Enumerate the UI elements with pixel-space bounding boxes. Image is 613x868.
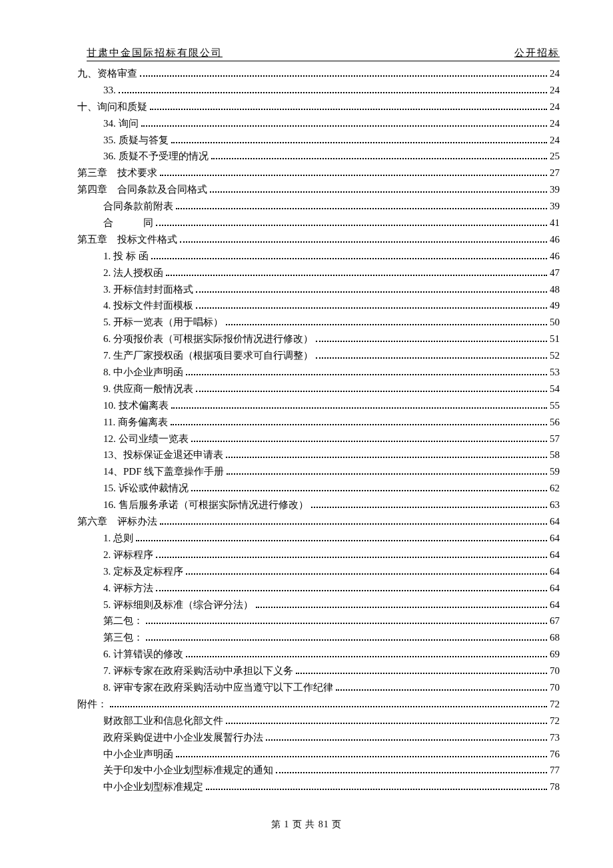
toc-entry: 第二包： 67 — [67, 613, 560, 629]
toc-leader-dots — [176, 750, 547, 757]
toc-leader-dots — [311, 501, 548, 508]
toc-entry-page: 49 — [550, 297, 560, 314]
toc-entry-label: 16. 售后服务承诺（可根据实际情况进行修改） — [103, 497, 308, 513]
toc-entry: 33. 24 — [67, 82, 560, 99]
toc-entry-label: 2. 评标程序 — [103, 547, 153, 563]
header-bid-type: 公开招标 — [514, 47, 560, 59]
toc-entry: 8. 评审专家在政府采购活动中应当遵守以下工作纪律70 — [67, 679, 560, 696]
toc-leader-dots — [146, 633, 547, 641]
toc-entry-label: 政府采购促进中小企业发展暂行办法 — [103, 729, 263, 746]
toc-entry-label: 第五章 投标文件格式 — [77, 231, 177, 248]
toc-leader-dots — [160, 169, 547, 176]
toc-leader-dots — [166, 269, 547, 276]
toc-entry-label: 1. 总则 — [103, 530, 133, 547]
toc-leader-dots — [256, 601, 547, 608]
toc-entry-label: 财政部工业和信息化部文件 — [103, 713, 223, 729]
toc-entry-page: 24 — [550, 132, 560, 149]
toc-entry: 6. 分项报价表（可根据实际报价情况进行修改） 51 — [67, 331, 560, 347]
toc-leader-dots — [156, 584, 547, 591]
toc-entry-page: 57 — [550, 431, 560, 447]
toc-entry-label: 4. 评标方法 — [103, 580, 153, 597]
toc-entry-label: 中小企业划型标准规定 — [103, 779, 203, 795]
toc-entry-label: 第六章 评标办法 — [77, 513, 157, 530]
toc-entry-page: 58 — [550, 447, 560, 463]
toc-entry-label: 5. 开标一览表（用于唱标） — [103, 314, 223, 331]
toc-entry-page: 25 — [550, 148, 560, 165]
toc-entry-page: 24 — [550, 82, 560, 99]
toc-entry-page: 53 — [550, 364, 560, 381]
toc-entry-page: 46 — [550, 248, 560, 265]
toc-entry-label: 4. 投标文件封面模板 — [103, 297, 193, 314]
toc-entry-label: 8. 中小企业声明函 — [103, 364, 183, 381]
toc-leader-dots — [171, 401, 548, 409]
toc-entry: 中小企业划型标准规定78 — [67, 779, 560, 795]
toc-leader-dots — [110, 700, 547, 707]
toc-entry: 14、PDF 线下盖章操作手册 59 — [67, 463, 560, 480]
toc-leader-dots — [141, 119, 548, 127]
toc-leader-dots — [146, 617, 547, 624]
toc-entry-page: 48 — [550, 281, 560, 298]
toc-leader-dots — [211, 152, 548, 159]
toc-entry-page: 64 — [550, 530, 560, 547]
toc-entry: 5. 开标一览表（用于唱标） 50 — [67, 314, 560, 331]
toc-leader-dots — [196, 285, 547, 293]
toc-entry: 关于印发中小企业划型标准规定的通知 77 — [67, 762, 560, 779]
toc-leader-dots — [151, 252, 548, 259]
toc-entry: 11. 商务偏离表 56 — [67, 414, 560, 431]
toc-entry-label: 33. — [103, 82, 116, 99]
toc-entry-page: 55 — [550, 397, 560, 414]
toc-leader-dots — [227, 467, 547, 475]
toc-entry-label: 1. 投 标 函 — [103, 248, 149, 265]
toc-entry-label: 9. 供应商一般情况表 — [103, 381, 193, 397]
toc-entry-page: 46 — [550, 231, 560, 248]
toc-entry-label: 8. 评审专家在政府采购活动中应当遵守以下工作纪律 — [103, 679, 333, 696]
toc-entry-label: 第三章 技术要求 — [77, 165, 157, 181]
toc-leader-dots — [171, 418, 547, 425]
toc-entry-label: 第四章 合同条款及合同格式 — [77, 181, 207, 198]
toc-entry-page: 24 — [550, 99, 560, 115]
document-page: 甘肃中金国际招标有限公司 公开招标 九、资格审查2433. 24十、询问和质疑2… — [0, 0, 613, 868]
toc-entry-page: 56 — [550, 414, 560, 431]
toc-leader-dots — [191, 484, 548, 491]
toc-entry-label: 2. 法人授权函 — [103, 265, 163, 281]
toc-leader-dots — [191, 435, 548, 442]
toc-entry-page: 24 — [550, 65, 560, 82]
toc-entry-page: 72 — [550, 696, 560, 713]
table-of-contents: 九、资格审查2433. 24十、询问和质疑2434. 询问2435. 质疑与答复… — [67, 65, 560, 795]
toc-entry-label: 关于印发中小企业划型标准规定的通知 — [103, 762, 273, 779]
toc-entry-page: 77 — [550, 762, 560, 779]
toc-entry-page: 78 — [550, 779, 560, 795]
page-header: 甘肃中金国际招标有限公司 公开招标 — [87, 47, 560, 61]
toc-leader-dots — [156, 551, 547, 558]
toc-entry-page: 76 — [550, 746, 560, 763]
toc-entry-label: 十、询问和质疑 — [77, 99, 147, 115]
header-company: 甘肃中金国际招标有限公司 — [87, 47, 223, 59]
toc-entry: 九、资格审查24 — [67, 65, 560, 82]
toc-entry: 8. 中小企业声明函 53 — [67, 364, 560, 381]
toc-entry: 13、投标保证金退还申请表 58 — [67, 447, 560, 463]
toc-leader-dots — [226, 717, 547, 724]
toc-entry: 合 同41 — [67, 215, 560, 231]
toc-entry-page: 73 — [550, 729, 560, 746]
toc-entry: 中小企业声明函76 — [67, 746, 560, 763]
toc-leader-dots — [186, 650, 547, 657]
toc-entry-page: 72 — [550, 713, 560, 729]
toc-entry-label: 附件： — [77, 696, 107, 713]
toc-entry: 附件： 72 — [67, 696, 560, 713]
toc-entry-page: 27 — [550, 165, 560, 181]
toc-entry-label: 第二包： — [103, 613, 143, 629]
toc-entry-label: 36. 质疑不予受理的情况 — [103, 148, 209, 165]
toc-entry-label: 6. 分项报价表（可根据实际报价情况进行修改） — [103, 331, 313, 347]
toc-entry: 12. 公司业绩一览表 57 — [67, 431, 560, 447]
toc-entry: 15. 诉讼或仲裁情况 62 — [67, 480, 560, 497]
toc-entry: 合同条款前附表39 — [67, 198, 560, 215]
toc-leader-dots — [156, 219, 547, 226]
toc-entry: 第四章 合同条款及合同格式39 — [67, 181, 560, 198]
toc-entry-label: 中小企业声明函 — [103, 746, 173, 763]
toc-leader-dots — [119, 86, 547, 93]
toc-leader-dots — [316, 335, 547, 342]
toc-leader-dots — [136, 534, 547, 541]
toc-entry-page: 70 — [550, 679, 560, 696]
toc-leader-dots — [336, 683, 547, 691]
toc-leader-dots — [276, 766, 547, 773]
